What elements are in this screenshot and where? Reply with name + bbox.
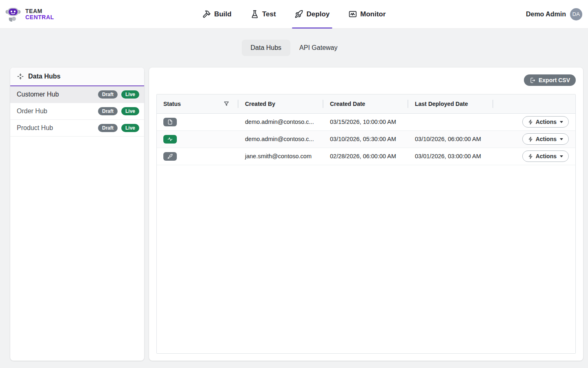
monitor-icon <box>348 10 357 18</box>
created-by-cell: demo.admin@contoso.c... <box>238 130 323 148</box>
tab-api-gateway[interactable]: API Gateway <box>290 40 346 56</box>
sidebar-item-order-hub[interactable]: Order Hub Draft Live <box>10 103 144 120</box>
panel-toolbar: Export CSV <box>156 74 576 86</box>
table-row: demo.admin@contoso.c... 03/10/2026, 05:3… <box>157 130 575 148</box>
created-date-cell: 03/10/2026, 05:30:00 AM <box>323 130 408 148</box>
lightning-icon <box>528 154 533 159</box>
rocket-icon <box>295 10 303 18</box>
nav-item-deploy[interactable]: Deploy <box>292 0 332 29</box>
created-date-cell: 02/28/2026, 06:00:00 AM <box>323 148 408 165</box>
nav-item-build[interactable]: Build <box>200 0 234 29</box>
brand[interactable]: TEAM CENTRAL <box>4 5 127 23</box>
hub-badges: Draft Live <box>98 124 139 132</box>
robot-logo-icon <box>4 5 22 23</box>
draft-badge: Draft <box>98 90 118 99</box>
actions-dropdown-button[interactable]: Actions <box>522 133 569 145</box>
created-by-cell: demo.admin@contoso.c... <box>238 113 323 130</box>
hub-name: Customer Hub <box>17 91 59 98</box>
live-badge: Live <box>121 124 139 132</box>
actions-dropdown-button[interactable]: Actions <box>522 150 569 162</box>
filter-icon[interactable] <box>223 101 229 107</box>
lightning-icon <box>528 137 533 142</box>
export-csv-label: Export CSV <box>539 77 570 83</box>
last-deployed-cell <box>408 113 493 130</box>
nav-item-monitor[interactable]: Monitor <box>346 0 388 29</box>
hammer-icon <box>202 10 211 18</box>
tab-data-hubs[interactable]: Data Hubs <box>242 40 291 56</box>
brand-line1: TEAM <box>25 8 54 14</box>
nav-label-build: Build <box>214 10 232 18</box>
chevron-down-icon <box>560 138 563 140</box>
hub-badges: Draft Live <box>98 90 139 99</box>
column-header-created-date: Created Date <box>323 94 408 113</box>
table-header-row: Status Created By Created Date Last Depl… <box>157 94 575 113</box>
column-header-status: Status <box>157 94 238 113</box>
view-tabs: Data Hubs API Gateway <box>0 40 588 56</box>
column-header-created-by: Created By <box>238 94 323 113</box>
export-csv-button[interactable]: Export CSV <box>524 74 576 86</box>
table-row: jane.smith@contoso.com 02/28/2026, 06:00… <box>157 148 575 165</box>
created-date-cell: 03/15/2026, 10:00:00 AM <box>323 113 408 130</box>
chevron-down-icon <box>560 155 563 157</box>
nav-label-deploy: Deploy <box>307 10 330 18</box>
nav-label-monitor: Monitor <box>360 10 385 18</box>
last-deployed-cell: 03/10/2026, 06:00:00 AM <box>408 130 493 148</box>
top-navbar: TEAM CENTRAL Build Test Deploy <box>0 0 588 29</box>
status-badge <box>163 152 177 161</box>
user-area: Demo Admin DA <box>526 8 582 20</box>
draft-badge: Draft <box>98 124 118 132</box>
status-badge <box>163 118 177 126</box>
brand-text: TEAM CENTRAL <box>25 8 54 20</box>
deployments-table: Status Created By Created Date Last Depl… <box>156 94 576 354</box>
table-row: demo.admin@contoso.c... 03/15/2026, 10:0… <box>157 113 575 130</box>
live-badge: Live <box>121 90 139 99</box>
main-nav: Build Test Deploy Monitor <box>200 0 388 29</box>
created-by-cell: jane.smith@contoso.com <box>238 148 323 165</box>
activity-icon <box>167 137 173 142</box>
live-badge: Live <box>121 107 139 115</box>
sidebar-title: Data Hubs <box>28 73 60 80</box>
content: Data Hubs Customer Hub Draft Live Order … <box>0 56 588 361</box>
data-hubs-sidebar: Data Hubs Customer Hub Draft Live Order … <box>10 67 144 361</box>
actions-label: Actions <box>536 136 557 142</box>
hub-name: Product Hub <box>17 124 53 132</box>
file-icon <box>167 119 173 125</box>
actions-dropdown-button[interactable]: Actions <box>522 116 569 128</box>
deployments-panel: Export CSV Status <box>149 67 583 361</box>
hub-badges: Draft Live <box>98 107 139 115</box>
converge-arrows-icon <box>17 73 24 80</box>
avatar[interactable]: DA <box>570 8 582 20</box>
user-name: Demo Admin <box>526 11 566 18</box>
column-header-last-deployed: Last Deployed Date <box>408 94 493 113</box>
nav-item-test[interactable]: Test <box>248 0 278 29</box>
hub-name: Order Hub <box>17 108 47 115</box>
actions-label: Actions <box>536 153 557 159</box>
draft-badge: Draft <box>98 107 118 115</box>
flask-icon <box>250 10 259 18</box>
column-header-actions <box>493 94 575 113</box>
actions-label: Actions <box>536 119 557 125</box>
status-badge <box>163 135 177 144</box>
sidebar-header: Data Hubs <box>10 67 144 86</box>
rocket-icon <box>167 154 173 159</box>
chevron-down-icon <box>560 121 563 123</box>
export-file-icon <box>530 77 536 83</box>
sidebar-item-customer-hub[interactable]: Customer Hub Draft Live <box>10 86 144 103</box>
last-deployed-cell: 03/01/2026, 03:00:00 AM <box>408 148 493 165</box>
lightning-icon <box>528 119 533 125</box>
status-header-label: Status <box>163 101 181 107</box>
nav-label-test: Test <box>262 10 276 18</box>
brand-line2: CENTRAL <box>25 14 54 20</box>
sidebar-item-product-hub[interactable]: Product Hub Draft Live <box>10 120 144 137</box>
